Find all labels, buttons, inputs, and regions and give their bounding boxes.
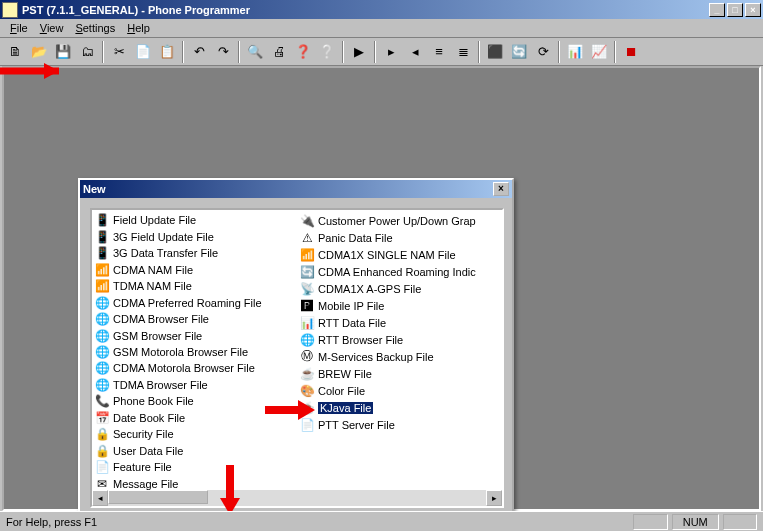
file-type-icon: 🌐	[94, 344, 110, 360]
list-item-label: TDMA Browser File	[113, 379, 208, 391]
list-item[interactable]: ⚠Panic Data File	[297, 229, 502, 246]
list-item[interactable]: 📅Date Book File	[92, 410, 297, 426]
file-type-icon: 📄	[299, 417, 315, 433]
list-item-label: CDMA1X SINGLE NAM File	[318, 249, 456, 261]
list-item[interactable]: 🎨Color File	[297, 382, 502, 399]
list-item[interactable]: 🌐CDMA Browser File	[92, 311, 297, 327]
save-icon[interactable]: 💾	[52, 41, 74, 63]
menu-bar: File View Settings Help	[0, 19, 763, 38]
list-item-label: Phone Book File	[113, 395, 194, 407]
toolbar: 🗎 📂 💾 🗂 ✂ 📄 📋 ↶ ↷ 🔍 🖨 ❓ ❔ ▶ ▸ ◂ ≡ ≣ ⬛ 🔄 …	[0, 38, 763, 66]
tool-c1-icon[interactable]: 📊	[564, 41, 586, 63]
find-icon[interactable]: 🔍	[244, 41, 266, 63]
menu-settings[interactable]: Settings	[69, 21, 121, 35]
list-item-label: Color File	[318, 385, 365, 397]
file-type-icon: 🌐	[94, 311, 110, 327]
file-type-icon: ⚠	[299, 230, 315, 246]
list-item-label: Security File	[113, 428, 174, 440]
list-item[interactable]: 🔒User Data File	[92, 443, 297, 459]
list-item[interactable]: 📞Phone Book File	[92, 393, 297, 409]
dialog-title-bar: New ×	[80, 180, 512, 198]
list-item[interactable]: 📊RTT Data File	[297, 314, 502, 331]
list-item-label: 3G Field Update File	[113, 231, 214, 243]
help-icon[interactable]: ❓	[292, 41, 314, 63]
minimize-button[interactable]: _	[709, 3, 725, 17]
file-type-icon: 📱	[94, 245, 110, 261]
context-help-icon[interactable]: ❔	[316, 41, 338, 63]
list-item-label: Message File	[113, 478, 178, 490]
status-help-text: For Help, press F1	[6, 516, 629, 528]
list-item[interactable]: 🌐GSM Motorola Browser File	[92, 344, 297, 360]
dialog-close-button[interactable]: ×	[493, 182, 509, 196]
paste-icon[interactable]: 📋	[156, 41, 178, 63]
list-item-label: PTT Server File	[318, 419, 395, 431]
list-item[interactable]: 🔌Customer Power Up/Down Grap	[297, 212, 502, 229]
horizontal-scrollbar[interactable]: ◂ ▸	[92, 490, 502, 506]
tool-c2-icon[interactable]: 📈	[588, 41, 610, 63]
annotation-arrow-new	[0, 61, 79, 131]
list-item-label: Date Book File	[113, 412, 185, 424]
tool-a4-icon[interactable]: ≣	[452, 41, 474, 63]
new-icon[interactable]: 🗎	[4, 41, 26, 63]
status-bar: For Help, press F1 NUM	[0, 511, 763, 531]
list-item-label: CDMA Preferred Roaming File	[113, 297, 262, 309]
menu-file[interactable]: File	[4, 21, 34, 35]
menu-help[interactable]: Help	[121, 21, 156, 35]
list-item-label: Mobile IP File	[318, 300, 384, 312]
list-item[interactable]: ☕BREW File	[297, 365, 502, 382]
file-type-icon: 📱	[94, 229, 110, 245]
list-item[interactable]: 🔄CDMA Enhanced Roaming Indic	[297, 263, 502, 280]
scroll-right-button[interactable]: ▸	[486, 490, 502, 506]
list-item[interactable]: ☕KJava File	[297, 399, 502, 416]
saveall-icon[interactable]: 🗂	[76, 41, 98, 63]
list-item[interactable]: 🌐TDMA Browser File	[92, 377, 297, 393]
list-item[interactable]: 🅿Mobile IP File	[297, 297, 502, 314]
undo-icon[interactable]: ↶	[188, 41, 210, 63]
tool-b1-icon[interactable]: ⬛	[484, 41, 506, 63]
list-item[interactable]: 📄PTT Server File	[297, 416, 502, 433]
run-icon[interactable]: ▶	[348, 41, 370, 63]
redo-icon[interactable]: ↷	[212, 41, 234, 63]
title-bar: PST (7.1.1_GENERAL) - Phone Programmer _…	[0, 0, 763, 19]
maximize-button[interactable]: □	[727, 3, 743, 17]
print-icon[interactable]: 🖨	[268, 41, 290, 63]
list-item[interactable]: 📶CDMA1X SINGLE NAM File	[297, 246, 502, 263]
cut-icon[interactable]: ✂	[108, 41, 130, 63]
list-item[interactable]: 📶TDMA NAM File	[92, 278, 297, 294]
list-item[interactable]: 📄Feature File	[92, 459, 297, 475]
file-type-icon: 📅	[94, 410, 110, 426]
menu-view[interactable]: View	[34, 21, 70, 35]
list-item[interactable]: 📡CDMA1X A-GPS File	[297, 280, 502, 297]
open-icon[interactable]: 📂	[28, 41, 50, 63]
close-button[interactable]: ×	[745, 3, 761, 17]
list-item[interactable]: ⓂM-Services Backup File	[297, 348, 502, 365]
tool-a3-icon[interactable]: ≡	[428, 41, 450, 63]
window-controls: _ □ ×	[709, 3, 761, 17]
file-type-icon: ☕	[299, 366, 315, 382]
scroll-left-button[interactable]: ◂	[92, 490, 108, 506]
list-item[interactable]: 📱3G Data Transfer File	[92, 245, 297, 261]
tool-a1-icon[interactable]: ▸	[380, 41, 402, 63]
stop-icon[interactable]: ⏹	[620, 41, 642, 63]
tool-a2-icon[interactable]: ◂	[404, 41, 426, 63]
list-item[interactable]: 🌐CDMA Preferred Roaming File	[92, 294, 297, 310]
list-item[interactable]: 🔒Security File	[92, 426, 297, 442]
scroll-thumb[interactable]	[108, 490, 208, 504]
file-type-icon: 🌐	[94, 328, 110, 344]
file-type-icon: 📶	[94, 262, 110, 278]
list-item[interactable]: 📶CDMA NAM File	[92, 261, 297, 277]
tool-b2-icon[interactable]: 🔄	[508, 41, 530, 63]
dialog-title: New	[83, 183, 493, 195]
list-item[interactable]: 🌐GSM Browser File	[92, 327, 297, 343]
list-item[interactable]: 🌐RTT Browser File	[297, 331, 502, 348]
list-item-label: 3G Data Transfer File	[113, 247, 218, 259]
file-type-list[interactable]: 📱Field Update File📱3G Field Update File📱…	[90, 208, 504, 508]
copy-icon[interactable]: 📄	[132, 41, 154, 63]
app-title: PST (7.1.1_GENERAL) - Phone Programmer	[22, 4, 709, 16]
list-item[interactable]: 📱3G Field Update File	[92, 228, 297, 244]
list-item[interactable]: 🌐CDMA Motorola Browser File	[92, 360, 297, 376]
scroll-track[interactable]	[108, 490, 486, 506]
list-item[interactable]: 📱Field Update File	[92, 212, 297, 228]
tool-b3-icon[interactable]: ⟳	[532, 41, 554, 63]
file-type-icon: 🌐	[94, 295, 110, 311]
